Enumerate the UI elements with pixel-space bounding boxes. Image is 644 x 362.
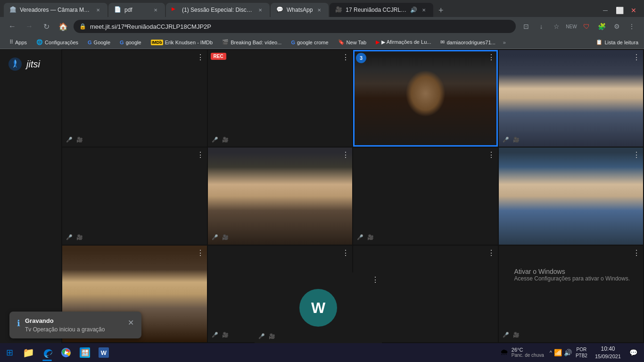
- notification-close-button[interactable]: ✕: [128, 318, 134, 327]
- cell-menu-tc[interactable]: ⋮: [342, 248, 349, 257]
- taskbar-file-explorer[interactable]: 📁: [19, 343, 38, 362]
- back-button[interactable]: ←: [6, 20, 19, 33]
- mic-mute-icon-rp: 🎤: [65, 135, 74, 144]
- bookmarks-overflow[interactable]: »: [501, 40, 508, 45]
- cell-mute-man4: 🎤 🎥: [502, 135, 520, 144]
- reload-button[interactable]: ↻: [40, 20, 53, 33]
- show-hidden-button[interactable]: ^: [550, 350, 552, 355]
- cell-menu-man4[interactable]: ⋮: [633, 53, 640, 62]
- reading-list[interactable]: 📋 Lista de leitura: [596, 39, 638, 45]
- tab-favicon-5: 🎥: [335, 6, 343, 14]
- tab-favicon: 🏛️: [9, 6, 17, 14]
- cell-mute-tc: 🎤 🎥: [211, 331, 230, 339]
- video-cell-active: 3 ⋮: [353, 50, 498, 147]
- maximize-button[interactable]: ⬜: [613, 4, 626, 17]
- chrome-icon: [61, 347, 71, 358]
- profile-button[interactable]: ⚙: [610, 20, 623, 33]
- bookmark-afirmacoes[interactable]: ▶ ▶ Afirmações de Lu...: [372, 37, 435, 48]
- weather-icon: 🌧: [500, 347, 509, 357]
- tab-whatsapp[interactable]: 💬 WhatsApp ✕: [271, 3, 329, 17]
- bookmark-erik[interactable]: IMDb Erik Knudsen - IMDb: [147, 37, 216, 48]
- notification-message: Tv Operação iniciou a gravação: [25, 326, 123, 333]
- video-cell-anon: 👤 ⋮ 🎤 🎥: [62, 148, 207, 244]
- cell-menu-anon[interactable]: ⋮: [197, 150, 204, 159]
- cell-menu-ja[interactable]: ⋮: [487, 150, 495, 159]
- network-icon[interactable]: 📶: [554, 349, 562, 356]
- minimize-button[interactable]: ─: [599, 4, 612, 17]
- tab-jitsi[interactable]: 🎥 17 Reuniãoda CCJRLP 18... 🔊 ✕: [330, 3, 433, 17]
- bookmark-configuracoes[interactable]: 🌐 Configurações: [33, 37, 82, 48]
- mic-mute-icon-anon: 🎤: [65, 233, 74, 242]
- tab-sessao[interactable]: ▶ (1) Sessão Especial: Discutir a... ✕: [166, 3, 270, 17]
- clock[interactable]: 10:40 15/09/2021: [591, 346, 625, 360]
- weather-desc: Panc. de chuva: [512, 353, 544, 358]
- recording-notification: ℹ Gravando Tv Operação iniciou a gravaçã…: [9, 312, 141, 338]
- new-tab-button[interactable]: +: [434, 4, 447, 17]
- video-cell-wl: WL ⋮ 🎤 🎥: [499, 246, 644, 342]
- lock-icon: 🔒: [79, 23, 86, 30]
- browser-chrome: 🏛️ Vereadores — Câmara Munic... ✕ 📄 pdf …: [0, 0, 644, 49]
- taskbar-edge[interactable]: [38, 343, 57, 362]
- video-cell-ja: JA ⋮ 🎤 🎥: [353, 148, 498, 244]
- cell-mute-d: 🎤 🎥: [211, 135, 230, 144]
- tab-vereadores[interactable]: 🏛️ Vereadores — Câmara Munic... ✕: [4, 3, 107, 17]
- notification-body: Gravando Tv Operação iniciou a gravação: [25, 317, 123, 333]
- close-button[interactable]: ✕: [627, 4, 640, 17]
- download-icon[interactable]: ↓: [535, 20, 548, 33]
- bookmark-apps[interactable]: ⠿ Apps: [6, 37, 31, 48]
- taskbar-chrome[interactable]: [57, 343, 75, 362]
- mic-mute-icon-ja: 🎤: [356, 233, 364, 242]
- extension-1[interactable]: NEW: [565, 20, 578, 33]
- tab-title: Vereadores — Câmara Munic...: [20, 7, 91, 13]
- url-bar[interactable]: 🔒 meet.jit.si/17ªReuniãodaCCJRLP18CMJP2P: [74, 20, 516, 33]
- tab-title-5: 17 Reuniãoda CCJRLP 18...: [346, 7, 407, 13]
- language-indicator[interactable]: POR PTB2: [574, 346, 589, 359]
- cell-menu-to[interactable]: ⋮: [487, 248, 495, 257]
- cell-menu-man9[interactable]: ⋮: [197, 248, 204, 257]
- bookmark-google-crome[interactable]: G google crome: [287, 37, 332, 48]
- bookmark-google-1[interactable]: G Google: [84, 37, 114, 48]
- cell-menu-rp[interactable]: ⋮: [197, 53, 204, 62]
- cell-menu-w[interactable]: ⋮: [372, 275, 379, 284]
- bookmark-icon[interactable]: ☆: [550, 20, 563, 33]
- cell-menu-active[interactable]: ⋮: [487, 53, 495, 62]
- tab-close-3[interactable]: ✕: [256, 6, 264, 14]
- more-button[interactable]: ⋮: [625, 20, 638, 33]
- taskbar-word[interactable]: W: [94, 343, 113, 362]
- weather-widget[interactable]: 🌧 26°C Panc. de chuva: [500, 347, 544, 358]
- cell-menu-d[interactable]: ⋮: [342, 53, 349, 62]
- tab-close-2[interactable]: ✕: [152, 6, 159, 14]
- tab-pdf[interactable]: 📄 pdf ✕: [108, 3, 165, 17]
- cell-mute-rp: 🎤 🎥: [65, 135, 84, 144]
- extension-2[interactable]: 🛡: [580, 20, 593, 33]
- video-cell-d: D ⋮ 🎤 🎥 REC: [208, 50, 353, 147]
- tab-close-4[interactable]: ✕: [315, 6, 323, 14]
- tab-title-3: (1) Sessão Especial: Discutir a...: [182, 7, 254, 13]
- volume-icon[interactable]: 🔊: [564, 349, 572, 356]
- cast-icon[interactable]: ⊡: [520, 20, 533, 33]
- yt-icon: ▶: [376, 39, 380, 45]
- tab-close-1[interactable]: ✕: [94, 6, 102, 14]
- tab-close-5[interactable]: ✕: [420, 6, 428, 14]
- jitsi-logo[interactable]: jitsi: [8, 57, 40, 72]
- mail-icon: ✉: [440, 39, 445, 45]
- start-button[interactable]: ⊞: [0, 343, 19, 362]
- bookmark-breaking-bad[interactable]: 🎬 Breaking Bad: vídeo...: [218, 37, 285, 48]
- bookmark-google-2[interactable]: G google: [116, 37, 145, 48]
- bookmark-damiao[interactable]: ✉ damiaorodrigues71...: [437, 37, 499, 48]
- notification-center-button[interactable]: 💬: [627, 349, 640, 356]
- video-placeholder-wl: [499, 246, 644, 342]
- bookmark-new-tab[interactable]: 🔖 New Tab: [334, 37, 371, 48]
- tab-mute-5[interactable]: 🔊: [410, 6, 417, 14]
- home-button[interactable]: 🏠: [57, 20, 70, 33]
- cell-menu-man6[interactable]: ⋮: [342, 150, 349, 159]
- cell-menu-wl[interactable]: ⋮: [633, 248, 640, 257]
- taskbar-app4[interactable]: 🪟: [75, 343, 94, 362]
- extensions-button[interactable]: 🧩: [595, 20, 608, 33]
- cell-mute-wl: 🎤 🎥: [502, 331, 520, 339]
- forward-button[interactable]: →: [23, 20, 36, 33]
- cam-off-icon-d: 🎥: [221, 135, 230, 144]
- jitsi-logo-icon: [8, 57, 23, 72]
- cell-menu-man8[interactable]: ⋮: [633, 150, 640, 159]
- jitsi-sidebar: jitsi: [0, 49, 61, 343]
